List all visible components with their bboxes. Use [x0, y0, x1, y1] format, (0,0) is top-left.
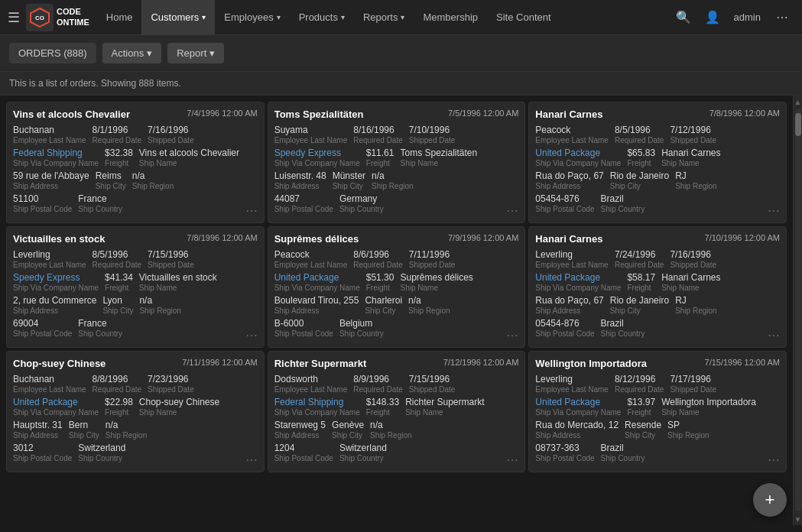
postal-value: 05454-876: [535, 318, 594, 329]
ship-name-value: Vins et alcools Chevalier: [139, 148, 239, 158]
card-title: Suprêmes délices: [274, 233, 359, 245]
scroll-thumb[interactable]: [795, 113, 801, 136]
scroll-up-arrow[interactable]: ▲: [794, 96, 803, 108]
employee-field: Peacock Employee Last Name: [535, 125, 609, 144]
nav-reports[interactable]: Reports ▾: [354, 0, 414, 35]
region-label: Ship Region: [370, 431, 411, 440]
region-value: SP: [667, 420, 709, 430]
card-postal-row: B-6000 Ship Postal Code Belgium Ship Cou…: [274, 318, 519, 338]
postal-field: 08737-363 Ship Postal Code: [535, 443, 594, 462]
ship-name-field: Toms Spezialitäten Ship Name: [400, 148, 477, 167]
card-more-button[interactable]: ⋯: [506, 453, 518, 467]
orders-badge[interactable]: ORDERS (888): [9, 43, 96, 63]
city-label: Ship City: [332, 431, 364, 440]
card-address-row: Starenweg 5 Ship Address Genève Ship Cit…: [274, 420, 519, 440]
region-field: RJ Ship Region: [675, 170, 716, 190]
card-employee-row: Buchanan Employee Last Name 8/8/1996 Req…: [13, 374, 258, 394]
logo-line1: CODE: [57, 7, 89, 17]
card-more-button[interactable]: ⋯: [245, 203, 258, 218]
freight-value: $13.97: [627, 397, 655, 407]
report-button[interactable]: Report ▾: [167, 43, 224, 63]
card-more-button[interactable]: ⋯: [506, 328, 518, 342]
card-more-button[interactable]: ⋯: [245, 453, 258, 467]
order-card: Richter Supermarkt 7/12/1996 12:00 AM Do…: [268, 351, 526, 472]
city-label: Ship City: [610, 307, 669, 315]
shipped-date-field: 7/10/1996 Shipped Date: [409, 125, 456, 144]
ship-name-field: Vins et alcools Chevalier Ship Name: [139, 148, 239, 167]
more-button[interactable]: ⋯: [770, 5, 794, 30]
customers-caret: ▾: [202, 13, 206, 21]
postal-field: 51100 Ship Postal Code: [13, 193, 72, 213]
freight-value: $65.83: [627, 148, 655, 158]
card-more-button[interactable]: ⋯: [506, 203, 518, 218]
actions-button[interactable]: Actions ▾: [102, 43, 162, 63]
city-value: Lyon: [102, 295, 133, 306]
country-label: Ship Country: [601, 454, 645, 462]
region-field: n/a Ship Region: [106, 420, 147, 440]
card-postal-row: 05454-876 Ship Postal Code Brazil Ship C…: [535, 193, 780, 213]
required-date-value: 8/16/1996: [353, 125, 402, 135]
employee-field: Buchanan Employee Last Name: [13, 125, 86, 144]
card-more-button[interactable]: ⋯: [768, 203, 780, 218]
address-label: Ship Address: [274, 182, 326, 190]
region-label: Ship Region: [139, 307, 180, 315]
city-value: Reims: [96, 170, 126, 181]
employee-value: Buchanan: [13, 374, 86, 384]
card-date: 7/15/1996 12:00 AM: [705, 358, 780, 367]
orders-grid: Vins et alcools Chevalier 7/4/1996 12:00…: [0, 96, 793, 525]
postal-label: Ship Postal Code: [274, 329, 333, 338]
shipped-date-field: 7/17/1996 Shipped Date: [670, 374, 716, 394]
fab-button[interactable]: +: [753, 483, 787, 517]
card-employee-row: Peacock Employee Last Name 8/6/1996 Requ…: [274, 249, 519, 269]
postal-label: Ship Postal Code: [274, 454, 333, 462]
ship-name-field: Suprêmes délices Ship Name: [400, 272, 472, 292]
user-icon[interactable]: 👤: [700, 5, 725, 30]
address-value: 2, rue du Commerce: [13, 295, 96, 306]
shipped-date-label: Shipped Date: [409, 261, 456, 269]
required-date-value: 8/12/1996: [615, 374, 664, 384]
hamburger-icon[interactable]: ☰: [8, 9, 20, 26]
card-address-row: Rua do Paço, 67 Ship Address Rio de Jane…: [535, 295, 780, 315]
ship-via-label: Ship Via Company Name: [535, 159, 621, 167]
card-address-row: Rua do Paço, 67 Ship Address Rio de Jane…: [535, 170, 780, 190]
card-header: Wellington Importadora 7/15/1996 12:00 A…: [535, 358, 780, 369]
required-date-value: 8/6/1996: [353, 249, 402, 260]
info-bar: This is a list of orders. Showing 888 it…: [0, 72, 802, 96]
country-value: France: [78, 193, 122, 204]
required-date-value: 7/24/1996: [615, 249, 664, 260]
card-more-button[interactable]: ⋯: [245, 328, 258, 342]
nav-site-content[interactable]: Site Content: [487, 0, 560, 35]
ship-name-value: Hanari Carnes: [661, 272, 720, 283]
address-field: Rua do Paço, 67 Ship Address: [535, 170, 603, 190]
scroll-down-arrow[interactable]: ▼: [794, 513, 803, 525]
card-more-button[interactable]: ⋯: [768, 328, 780, 342]
scrollbar[interactable]: ▲ ▼: [793, 96, 802, 525]
required-date-field: 7/24/1996 Required Date: [615, 249, 664, 269]
city-label: Ship City: [69, 431, 99, 440]
shipped-date-label: Shipped Date: [670, 385, 716, 394]
postal-label: Ship Postal Code: [535, 205, 594, 213]
nav-employees[interactable]: Employees ▾: [215, 0, 289, 35]
freight-field: $51.30 Freight: [366, 272, 395, 292]
search-button[interactable]: 🔍: [671, 5, 696, 30]
nav-membership[interactable]: Membership: [414, 0, 487, 35]
postal-label: Ship Postal Code: [535, 329, 594, 338]
card-postal-row: 1204 Ship Postal Code Switzerland Ship C…: [274, 443, 519, 462]
order-card: Hanari Carnes 7/8/1996 12:00 AM Peacock …: [528, 102, 787, 223]
card-title: Wellington Importadora: [535, 358, 647, 369]
card-postal-row: 08737-363 Ship Postal Code Brazil Ship C…: [535, 443, 780, 462]
ship-via-value: United Package: [535, 148, 621, 158]
nav-products[interactable]: Products ▾: [290, 0, 354, 35]
required-date-label: Required Date: [615, 261, 664, 269]
country-value: Switzerland: [78, 443, 125, 453]
card-header: Vins et alcools Chevalier 7/4/1996 12:00…: [13, 109, 258, 120]
freight-value: $32.38: [105, 148, 133, 158]
card-more-button[interactable]: ⋯: [768, 453, 780, 467]
nav-customers[interactable]: Customers ▾: [141, 0, 215, 35]
nav-right: 🔍 👤 admin ⋯: [671, 5, 794, 30]
nav-home[interactable]: Home: [97, 0, 142, 35]
freight-label: Freight: [366, 284, 395, 292]
required-date-field: 8/6/1996 Required Date: [353, 249, 402, 269]
ship-name-value: Richter Supermarkt: [405, 397, 484, 407]
country-value: Brazil: [601, 193, 645, 204]
